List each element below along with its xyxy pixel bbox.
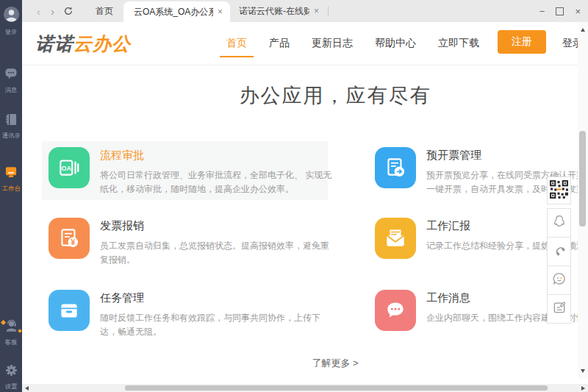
customer-service-icon [4, 318, 19, 336]
reload-icon[interactable] [63, 6, 74, 16]
feature-desc: 将公司日常行政管理、业务审批流程，全部电子化、 实现无纸化，移动审批，随时随地，… [100, 168, 334, 196]
feature-card-approval[interactable]: OA 流程审批 将公司日常行政管理、业务审批流程，全部电子化、 实现无纸化，移动… [49, 147, 334, 196]
vertical-scrollbar[interactable] [578, 22, 588, 379]
app-sidebar: 登录 消息 通讯录 工作台 客服 设置 [0, 0, 22, 392]
sidebar-item-label: 工作台 [2, 185, 21, 191]
tab-label: 云OA系统_OA办公系统_ [134, 6, 213, 18]
nav-item-home[interactable]: 首页 [226, 22, 247, 65]
tab-label: 首页 [96, 5, 113, 18]
browser-area: ‹ › 首页 云OA系统_OA办公系统_ × 诺诺云代账-在线财务软件 × − … [22, 0, 588, 392]
work-message-icon [375, 290, 416, 331]
feature-title[interactable]: 发票报销 [100, 219, 334, 233]
horizontal-scrollbar[interactable] [22, 384, 588, 392]
service-smiley-icon [552, 271, 567, 289]
sidebar-item-login[interactable]: 登录 [0, 6, 22, 35]
work-report-icon [375, 218, 416, 259]
logo-text-orange: 云办公 [74, 32, 131, 56]
tab-label: 诺诺云代账-在线财务软件 [239, 5, 309, 18]
task-manage-icon [49, 290, 90, 331]
feature-title[interactable]: 任务管理 [100, 291, 334, 305]
tab-close-icon[interactable]: × [314, 6, 319, 16]
qq-penguin-icon [552, 214, 567, 232]
phone-icon [552, 243, 567, 260]
tab-nuonuo-accounting[interactable]: 诺诺云代账-在线财务软件 × [230, 0, 325, 22]
tab-bar: ‹ › 首页 云OA系统_OA办公系统_ × 诺诺云代账-在线财务软件 × − … [22, 0, 588, 22]
avatar-icon [3, 6, 20, 26]
tab-oa-system[interactable]: 云OA系统_OA办公系统_ × [123, 1, 230, 22]
feedback-form-button[interactable] [547, 294, 571, 324]
chat-bubble-icon [4, 66, 18, 84]
web-page: 诺诺云办公 首页 产品 更新日志 帮助中心 立即下载 注册 登录 办公应用，应有… [22, 22, 588, 384]
tab-close-icon[interactable]: × [218, 7, 223, 17]
sidebar-item-messages[interactable]: 消息 [0, 66, 22, 93]
sidebar-item-label: 通讯录 [2, 132, 21, 138]
top-navigation: 首页 产品 更新日志 帮助中心 立即下载 [226, 22, 479, 65]
close-icon[interactable]: × [575, 7, 581, 16]
forward-icon[interactable]: › [51, 6, 54, 17]
scroll-right-icon[interactable] [581, 386, 585, 391]
window-controls: − × [539, 7, 581, 16]
svg-text:OA: OA [62, 165, 72, 172]
back-icon[interactable]: ‹ [37, 6, 40, 17]
feature-card-tasks[interactable]: 任务管理 随时反馈工作任务和有效跟踪，与同事共同协作，上传下达，畅通无阻。 [49, 290, 334, 339]
register-button[interactable]: 注册 [498, 30, 546, 54]
scroll-down-icon[interactable] [581, 369, 585, 373]
sidebar-item-label: 登录 [5, 28, 18, 35]
sidebar-item-label: 客服 [5, 338, 18, 345]
sidebar-item-settings[interactable]: 设置 [0, 363, 22, 390]
qr-code-button[interactable] [547, 177, 571, 204]
site-header: 诺诺云办公 首页 产品 更新日志 帮助中心 立即下载 注册 登录 [22, 22, 588, 65]
workbench-monitor-icon [4, 165, 18, 182]
nav-item-help-center[interactable]: 帮助中心 [375, 22, 416, 65]
contacts-book-icon [4, 112, 18, 129]
qr-code-icon [549, 179, 569, 202]
tab-home[interactable]: 首页 [90, 0, 119, 22]
vertical-scroll-thumb[interactable] [579, 131, 586, 227]
floating-contact-panel [547, 177, 571, 324]
feature-title[interactable]: 预开票管理 [426, 149, 588, 163]
maximize-icon[interactable] [556, 7, 564, 15]
nav-item-changelog[interactable]: 更新日志 [312, 22, 353, 65]
feature-title[interactable]: 流程审批 [100, 149, 334, 163]
sidebar-item-support[interactable]: 客服 [0, 318, 22, 346]
tab-divider [328, 7, 329, 16]
feature-desc: 随时反馈工作任务和有效跟踪，与同事共同协作，上传下达，畅通无阻。 [100, 311, 334, 339]
oa-approval-icon: OA [49, 147, 90, 188]
sidebar-item-label: 设置 [5, 382, 18, 389]
nav-item-products[interactable]: 产品 [269, 22, 290, 65]
horizontal-scroll-thumb[interactable] [125, 385, 548, 391]
scroll-up-icon[interactable] [581, 28, 585, 32]
sidebar-item-label: 消息 [5, 86, 18, 93]
nav-item-download[interactable]: 立即下载 [438, 22, 479, 65]
phone-contact-button[interactable] [547, 237, 571, 266]
minimize-icon[interactable]: − [539, 7, 545, 16]
logo-text-gray: 诺诺 [35, 32, 74, 56]
svg-text:¥: ¥ [71, 238, 76, 246]
sidebar-item-workbench[interactable]: 工作台 [0, 165, 22, 192]
site-logo[interactable]: 诺诺云办公 [35, 22, 131, 65]
online-service-button[interactable] [547, 266, 571, 295]
gear-icon [4, 363, 18, 380]
learn-more-link[interactable]: 了解更多 > [22, 357, 588, 370]
page-title: 办公应用，应有尽有 [22, 82, 588, 109]
form-edit-icon [552, 300, 567, 318]
feature-desc: 员工发票自动归集，总览报销状态。提高报销效率，避免重复报销。 [100, 239, 334, 267]
feature-card-reimburse[interactable]: ¥ 发票报销 员工发票自动归集，总览报销状态。提高报销效率，避免重复报销。 [49, 218, 334, 267]
invoice-reimburse-icon: ¥ [49, 218, 90, 259]
scroll-left-icon[interactable] [25, 386, 29, 391]
sidebar-item-contacts[interactable]: 通讯录 [0, 112, 22, 139]
qq-contact-button[interactable] [547, 208, 571, 238]
pre-invoice-icon [375, 147, 416, 188]
